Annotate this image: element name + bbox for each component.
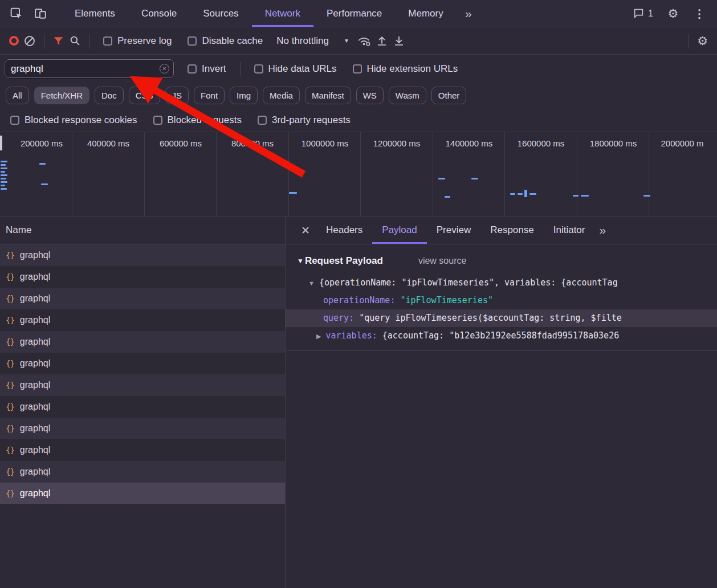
resource-type-chip[interactable]: Media — [263, 87, 300, 104]
extra-filters-row: Blocked response cookies Blocked request… — [0, 108, 717, 132]
request-row[interactable]: {} graphql — [0, 309, 285, 331]
fetch-xhr-icon: {} — [6, 316, 14, 325]
waterfall-mark — [1, 181, 7, 183]
waterfall-mark — [1, 178, 6, 179]
preserve-log-checkbox[interactable]: Preserve log — [103, 35, 172, 47]
invert-checkbox[interactable]: Invert — [188, 63, 226, 75]
network-conditions-button[interactable] — [355, 32, 373, 49]
request-row[interactable]: {} graphql — [0, 461, 285, 483]
extra-filter-label: 3rd-party requests — [272, 115, 351, 126]
fetch-xhr-icon: {} — [6, 467, 14, 476]
payload-pane: ▼ Request Payload view source ▼{operatio… — [286, 244, 717, 351]
resource-type-chip[interactable]: Doc — [95, 87, 124, 104]
filter-button[interactable] — [50, 33, 67, 49]
request-row[interactable]: {} graphql — [0, 396, 285, 418]
close-details-button[interactable]: ✕ — [295, 217, 316, 244]
network-settings-button[interactable]: ⚙ — [695, 32, 710, 50]
kebab-menu-icon: ⋮ — [694, 7, 705, 21]
request-row[interactable]: {} graphql — [0, 483, 285, 504]
request-payload-section[interactable]: ▼ Request Payload view source — [286, 252, 717, 270]
clear-network-log-button[interactable] — [21, 32, 38, 50]
payload-value: "query ipFlowTimeseries($accountTag: str… — [359, 313, 622, 323]
payload-operationname-line[interactable]: operationName:"ipFlowTimeseries" — [286, 292, 717, 309]
triangle-down-icon: ▼ — [297, 257, 304, 265]
network-overview-timeline[interactable]: 200000 ms400000 ms600000 ms800000 ms1000… — [0, 132, 717, 217]
devtools-tab[interactable]: Elements — [62, 0, 128, 27]
issues-count: 1 — [648, 9, 653, 19]
request-name: graphql — [20, 488, 50, 499]
details-tab[interactable]: Payload — [372, 217, 426, 244]
devtools-tab[interactable]: Sources — [190, 0, 251, 27]
waterfall-mark — [529, 193, 536, 195]
inspect-element-button[interactable] — [5, 0, 28, 27]
main-menu-button[interactable]: ⋮ — [687, 5, 711, 23]
hide-extension-urls-checkbox[interactable]: Hide extension URLs — [353, 63, 458, 75]
resource-type-chip[interactable]: CSS — [129, 87, 160, 104]
checkbox-icon — [153, 116, 162, 125]
waterfall-mark — [643, 195, 650, 197]
more-tabs-button[interactable]: » — [457, 0, 480, 27]
waterfall-mark — [41, 183, 48, 185]
settings-button[interactable]: ⚙ — [661, 5, 685, 23]
request-row[interactable]: {} graphql — [0, 374, 285, 396]
clear-filter-button[interactable]: ✕ — [160, 64, 169, 74]
details-tab[interactable]: Preview — [427, 217, 480, 244]
resource-type-chip[interactable]: All — [6, 87, 29, 104]
waterfall-mark — [573, 195, 579, 197]
payload-root-line[interactable]: ▼{operationName: "ipFlowTimeseries", var… — [286, 274, 717, 292]
extra-filter-checkbox[interactable]: Blocked requests — [153, 115, 242, 126]
waterfall-mark — [1, 188, 7, 190]
view-source-link[interactable]: view source — [418, 256, 466, 266]
request-row[interactable]: {} graphql — [0, 266, 285, 288]
import-har-button[interactable] — [390, 32, 408, 49]
filter-input[interactable] — [5, 59, 174, 78]
tabbar-right-controls: 1 ⚙ ⋮ — [628, 0, 717, 27]
timeline-request-marks — [0, 132, 717, 216]
resource-type-chip[interactable]: Img — [230, 87, 258, 104]
details-tab[interactable]: Initiator — [544, 217, 595, 244]
hide-data-urls-checkbox[interactable]: Hide data URLs — [254, 63, 337, 75]
resource-type-chip[interactable]: Other — [431, 87, 467, 104]
request-row[interactable]: {} graphql — [0, 439, 285, 461]
resource-type-chip[interactable]: Fetch/XHR — [34, 87, 89, 104]
request-name: graphql — [20, 272, 50, 282]
resource-type-chip[interactable]: Wasm — [389, 87, 426, 104]
request-row[interactable]: {} graphql — [0, 353, 285, 374]
request-row[interactable]: {} graphql — [0, 418, 285, 439]
payload-variables-line[interactable]: ▶variables:{accountTag: "b12e3b2192ee558… — [286, 327, 717, 345]
fetch-xhr-icon: {} — [6, 251, 14, 260]
request-name: graphql — [20, 402, 50, 412]
waterfall-mark — [1, 174, 7, 176]
devtools-tab[interactable]: Console — [128, 0, 190, 27]
devtools-tab[interactable]: Network — [252, 0, 313, 27]
details-tab[interactable]: Headers — [316, 217, 372, 244]
resource-type-chip[interactable]: Font — [194, 87, 225, 104]
device-toolbar-button[interactable] — [28, 0, 52, 27]
devtools-tabbar: ElementsConsoleSourcesNetworkPerformance… — [0, 0, 717, 27]
devtools-tab[interactable]: Performance — [313, 0, 395, 27]
throttling-select[interactable]: No throttling ▼ — [276, 35, 349, 47]
name-column-header[interactable]: Name — [0, 217, 285, 244]
more-details-tabs-button[interactable]: » — [594, 217, 610, 244]
checkbox-icon — [188, 36, 197, 46]
gear-icon: ⚙ — [697, 34, 708, 48]
request-row[interactable]: {} graphql — [0, 331, 285, 353]
extra-filter-checkbox[interactable]: 3rd-party requests — [258, 115, 351, 126]
request-row[interactable]: {} graphql — [0, 288, 285, 309]
extra-filter-checkbox[interactable]: Blocked response cookies — [10, 115, 137, 126]
devtools-tab[interactable]: Memory — [395, 0, 456, 27]
details-tab[interactable]: Response — [480, 217, 544, 244]
export-har-button[interactable] — [373, 32, 390, 49]
search-button[interactable] — [67, 32, 83, 49]
disable-cache-label: Disable cache — [202, 35, 263, 47]
resource-type-chip[interactable]: WS — [356, 87, 384, 104]
record-network-log-button[interactable] — [7, 34, 21, 48]
hide-data-urls-label: Hide data URLs — [268, 63, 337, 75]
issues-counter[interactable]: 1 — [628, 6, 659, 21]
resource-type-chip[interactable]: JS — [165, 87, 189, 104]
payload-query-line[interactable]: query:"query ipFlowTimeseries($accountTa… — [286, 309, 717, 327]
request-row[interactable]: {} graphql — [0, 244, 285, 266]
devtools-window: ElementsConsoleSourcesNetworkPerformance… — [0, 0, 717, 588]
resource-type-chip[interactable]: Manifest — [305, 87, 351, 104]
disable-cache-checkbox[interactable]: Disable cache — [188, 35, 263, 47]
